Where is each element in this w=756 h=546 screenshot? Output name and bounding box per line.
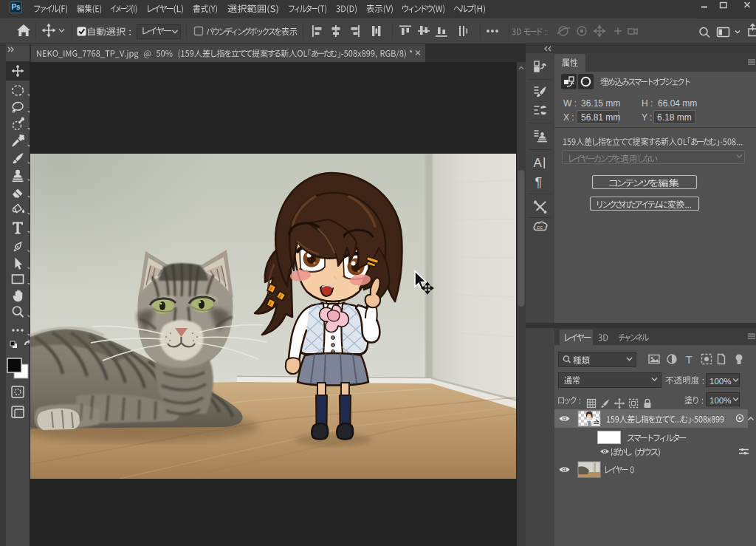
svg-text:¶: ¶	[535, 175, 543, 190]
svg-text:cc: cc	[537, 224, 543, 231]
svg-text:T: T	[686, 353, 693, 366]
svg-text:A: A	[534, 156, 543, 170]
